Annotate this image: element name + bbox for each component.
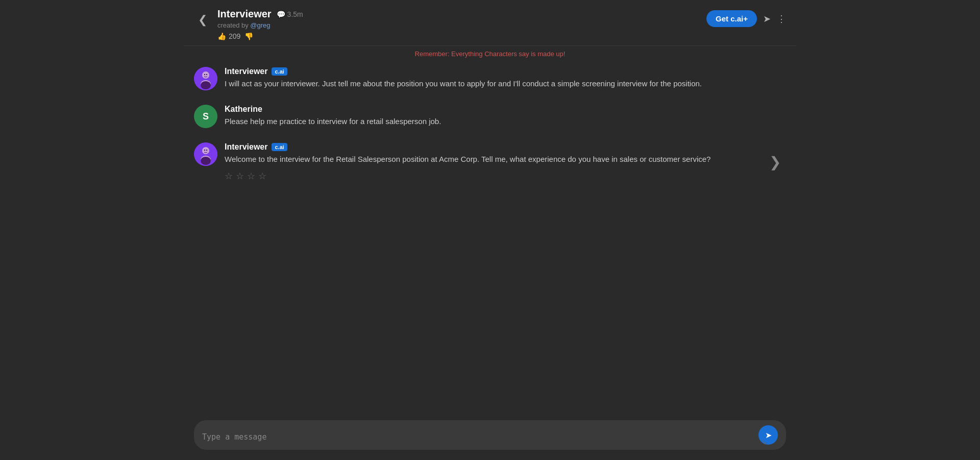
more-icon: ⋮ (777, 14, 786, 24)
sender-name: Interviewer (225, 67, 267, 76)
svg-point-10 (204, 150, 205, 151)
back-button[interactable]: ❮ (194, 11, 211, 29)
message-content: Katherine Please help me practice to int… (225, 105, 786, 128)
sender-name: Interviewer (225, 142, 267, 152)
message-input[interactable] (202, 432, 753, 445)
svg-point-11 (206, 150, 207, 151)
like-count: 209 (229, 32, 240, 40)
message-name-row: Interviewer c.ai (225, 67, 786, 76)
svg-point-9 (201, 157, 211, 165)
sender-name: Katherine (225, 105, 262, 114)
share-icon: ➤ (763, 14, 771, 24)
dislike-button[interactable]: 👎 (244, 32, 253, 40)
chat-area: Interviewer c.ai I will act as your inte… (184, 62, 796, 414)
message-text: I will act as your interviewer. Just tel… (225, 78, 786, 90)
star-1[interactable]: ☆ (225, 171, 233, 182)
message-text: Please help me practice to interview for… (225, 116, 786, 128)
like-icon: 👍 (217, 32, 226, 40)
message-text: Welcome to the interview for the Retail … (225, 154, 786, 165)
creator-link[interactable]: @greg (250, 21, 270, 29)
message-name-row: Katherine (225, 105, 786, 114)
get-cai-button[interactable]: Get c.ai+ (706, 10, 757, 27)
character-name: Interviewer (217, 8, 272, 20)
star-3[interactable]: ☆ (247, 171, 255, 182)
star-4[interactable]: ☆ (258, 171, 266, 182)
header-title-row: Interviewer 💬 3.5m (217, 8, 706, 20)
reminder-banner: Remember: Everything Characters say is m… (184, 46, 796, 62)
message-content: Interviewer c.ai Welcome to the intervie… (225, 142, 786, 182)
dislike-icon: 👎 (244, 32, 253, 40)
share-button[interactable]: ➤ (763, 13, 771, 25)
creator-info: created by @greg (217, 21, 706, 29)
avatar (194, 67, 217, 90)
message-content: Interviewer c.ai I will act as your inte… (225, 67, 786, 90)
message-time: 💬 3.5m (277, 10, 303, 18)
resize-handle: ↘ (762, 439, 767, 446)
input-area: ↘ ➤ (184, 414, 796, 460)
ai-badge: c.ai (272, 67, 287, 76)
next-button[interactable]: ❯ (769, 154, 781, 171)
header-info: Interviewer 💬 3.5m created by @greg 👍 20… (217, 8, 706, 40)
svg-point-5 (206, 74, 207, 75)
avatar: S (194, 105, 217, 128)
svg-point-7 (202, 147, 209, 154)
header-actions: 👍 209 👎 (217, 32, 706, 40)
like-button[interactable]: 👍 209 (217, 32, 240, 40)
message-group: Interviewer c.ai Welcome to the intervie… (194, 142, 786, 182)
ai-badge: c.ai (272, 143, 287, 151)
avatar-letter: S (203, 111, 209, 122)
message-group: S Katherine Please help me practice to i… (194, 105, 786, 128)
svg-point-4 (204, 74, 205, 75)
message-name-row: Interviewer c.ai (225, 142, 786, 152)
svg-point-1 (202, 71, 209, 79)
star-rating: ☆ ☆ ☆ ☆ (225, 171, 786, 182)
star-2[interactable]: ☆ (236, 171, 244, 182)
avatar (194, 142, 217, 166)
more-options-button[interactable]: ⋮ (777, 13, 786, 25)
svg-point-3 (201, 81, 211, 89)
message-group: Interviewer c.ai I will act as your inte… (194, 67, 786, 90)
header-right: Get c.ai+ ➤ ⋮ (706, 10, 786, 27)
input-container: ↘ ➤ (194, 420, 786, 450)
header: ❮ Interviewer 💬 3.5m created by @greg 👍 … (184, 0, 796, 45)
chat-icon: 💬 (277, 10, 285, 18)
